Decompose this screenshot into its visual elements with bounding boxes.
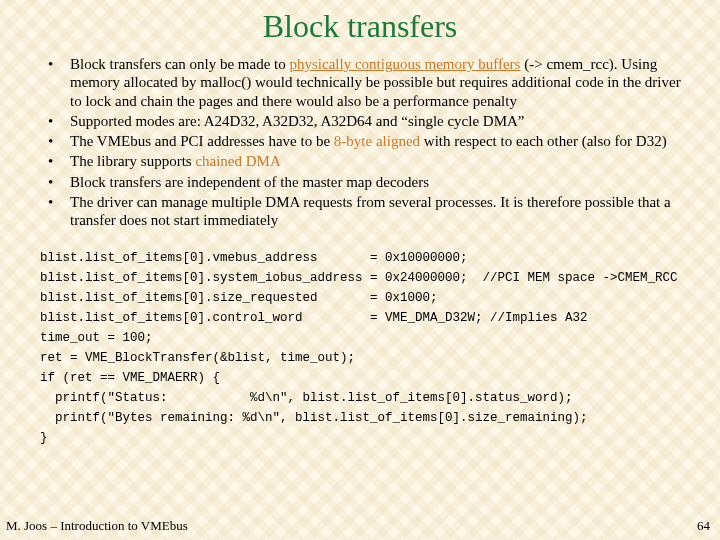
page-number: 64 [697, 518, 710, 534]
code-line: ret = VME_BlockTransfer(&blist, time_out… [40, 348, 720, 368]
bullet-text-emph: chained DMA [195, 153, 280, 169]
bullet-text-pre: Block transfers can only be made to [70, 56, 290, 72]
code-line: printf("Status: %d\n", blist.list_of_ite… [40, 388, 720, 408]
bullet-text-pre: Supported modes are: A24D32, A32D32, A32… [70, 113, 525, 129]
bullet-list: Block transfers can only be made to phys… [48, 55, 690, 230]
bullet-item: The library supports chained DMA [48, 152, 690, 170]
code-line: if (ret == VME_DMAERR) { [40, 368, 720, 388]
code-block: blist.list_of_items[0].vmebus_address = … [40, 248, 720, 448]
bullet-text-pre: The VMEbus and PCI addresses have to be [70, 133, 334, 149]
bullet-text-emph: 8-byte aligned [334, 133, 420, 149]
bullet-text-post: with respect to each other (also for D32… [420, 133, 667, 149]
bullet-text-pre: Block transfers are independent of the m… [70, 174, 429, 190]
slide-title: Block transfers [0, 8, 720, 45]
code-line: time_out = 100; [40, 328, 720, 348]
code-line: blist.list_of_items[0].size_requested = … [40, 288, 720, 308]
bullet-item: Block transfers can only be made to phys… [48, 55, 690, 110]
code-line: } [40, 428, 720, 448]
code-line: blist.list_of_items[0].system_iobus_addr… [40, 268, 720, 288]
bullet-item: Block transfers are independent of the m… [48, 173, 690, 191]
bullet-item: The VMEbus and PCI addresses have to be … [48, 132, 690, 150]
code-line: printf("Bytes remaining: %d\n", blist.li… [40, 408, 720, 428]
footer-text: M. Joos – Introduction to VMEbus [6, 518, 188, 534]
bullet-item: Supported modes are: A24D32, A32D32, A32… [48, 112, 690, 130]
code-line: blist.list_of_items[0].vmebus_address = … [40, 248, 720, 268]
bullet-text-pre: The driver can manage multiple DMA reque… [70, 194, 671, 228]
bullet-text-pre: The library supports [70, 153, 195, 169]
bullet-item: The driver can manage multiple DMA reque… [48, 193, 690, 230]
code-line: blist.list_of_items[0].control_word = VM… [40, 308, 720, 328]
bullet-text-emph: physically contiguous memory buffers [290, 56, 521, 72]
